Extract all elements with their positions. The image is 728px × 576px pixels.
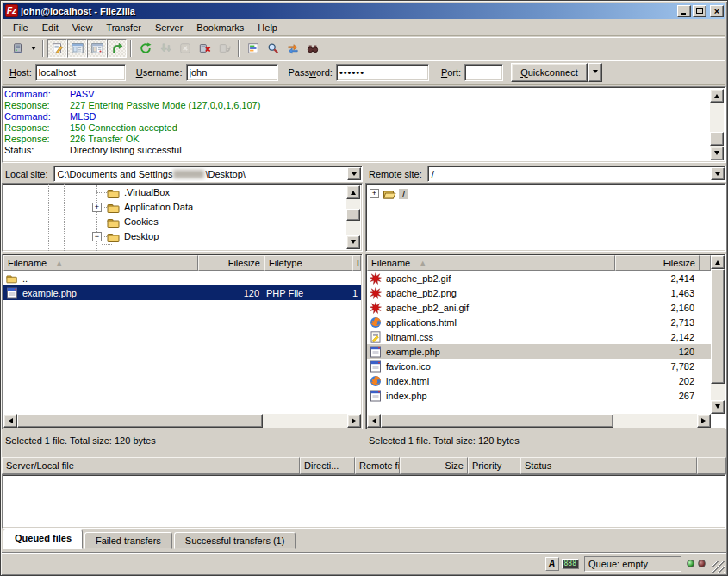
column-header-filetype[interactable]: Filetype: [264, 255, 352, 271]
cancel-operation-button[interactable]: [175, 39, 195, 58]
minimize-button[interactable]: [677, 5, 691, 17]
host-input[interactable]: [35, 64, 126, 81]
menu-bookmarks[interactable]: Bookmarks: [190, 21, 251, 34]
column-header-priority[interactable]: Priority: [468, 457, 520, 474]
file-row-bitnami-css[interactable]: bitnami.css2,142: [367, 329, 711, 344]
username-input[interactable]: [186, 64, 278, 81]
directory-filter-button[interactable]: [243, 39, 263, 58]
scrollbar-thumb[interactable]: [711, 269, 725, 384]
site-manager-button[interactable]: [8, 39, 28, 58]
column-header-pad[interactable]: [700, 255, 711, 271]
collapse-icon[interactable]: −: [92, 232, 102, 241]
column-header-filename[interactable]: Filename▲: [3, 255, 198, 271]
scrollbar-thumb[interactable]: [710, 132, 724, 146]
password-input[interactable]: [336, 64, 429, 81]
menu-edit[interactable]: Edit: [35, 21, 65, 34]
remote-hscrollbar[interactable]: [367, 414, 711, 428]
tree-row-application-data[interactable]: +Application Data: [3, 200, 346, 215]
scrollbar-thumb[interactable]: [17, 414, 263, 428]
column-header-server-local-file[interactable]: Server/Local file: [2, 457, 300, 474]
transfer-queue-toggle-button[interactable]: [107, 39, 127, 58]
quickconnect-button[interactable]: Quickconnect: [511, 63, 588, 82]
remote-list-scrollbar[interactable]: [711, 255, 725, 414]
scroll-left-button[interactable]: [367, 414, 381, 428]
quickconnect-dropdown-button[interactable]: [588, 63, 602, 82]
local-tree-scrollbar[interactable]: [346, 185, 360, 249]
process-queue-button[interactable]: [155, 39, 175, 58]
directory-filter-icon: [246, 42, 260, 54]
file-row-applications-html[interactable]: applications.html2,713: [367, 315, 711, 329]
menu-help[interactable]: Help: [251, 21, 284, 34]
scroll-up-button[interactable]: [710, 89, 724, 103]
site-manager-dropdown-button[interactable]: [28, 39, 39, 58]
directory-compare-button[interactable]: [263, 39, 283, 58]
menu-transfer[interactable]: Transfer: [99, 21, 148, 34]
file-size: 7,782: [615, 361, 700, 372]
file-row--[interactable]: ..: [3, 271, 361, 285]
remote-site-dropdown-button[interactable]: [711, 167, 725, 180]
tab-failed-transfers[interactable]: Failed transfers: [84, 532, 172, 549]
expand-icon[interactable]: +: [370, 189, 379, 198]
tree-row--virtualbox[interactable]: .VirtualBox: [3, 185, 346, 200]
remote-site-combobox[interactable]: /: [427, 166, 726, 182]
close-button[interactable]: ×: [710, 5, 724, 17]
titlebar[interactable]: Fz john@localhost - FileZilla ×: [3, 3, 725, 19]
column-header-lastmodified[interactable]: L: [352, 255, 361, 271]
scroll-up-button[interactable]: [711, 255, 725, 269]
local-site-dropdown-button[interactable]: [347, 167, 361, 180]
menu-view[interactable]: View: [65, 21, 100, 34]
file-name-cell: example.php: [3, 287, 198, 299]
scroll-down-button[interactable]: [711, 400, 725, 414]
tree-row-root[interactable]: + /: [370, 186, 725, 201]
scrollbar-thumb[interactable]: [346, 209, 360, 221]
remote-treeview-toggle-button[interactable]: [87, 39, 107, 58]
column-header-direction[interactable]: Directi...: [300, 457, 355, 474]
file-row-apache-pb2-ani-gif[interactable]: apache_pb2_ani.gif2,160: [367, 300, 711, 315]
file-row-favicon-ico[interactable]: favicon.ico7,782: [367, 359, 711, 373]
reconnect-button[interactable]: [215, 39, 234, 58]
menu-server[interactable]: Server: [148, 21, 190, 34]
file-name: ..: [22, 273, 28, 284]
maximize-button[interactable]: [693, 5, 706, 17]
synchronized-browsing-button[interactable]: [283, 39, 302, 58]
scrollbar-thumb[interactable]: [381, 414, 613, 428]
disconnect-button[interactable]: [195, 39, 215, 58]
file-row-example-php[interactable]: example.php120PHP File1: [3, 285, 361, 300]
expand-icon[interactable]: +: [92, 203, 102, 212]
tree-row-desktop[interactable]: −Desktop: [3, 229, 346, 244]
file-size: 120: [615, 347, 700, 357]
file-row-index-html[interactable]: index.html202: [367, 373, 711, 388]
column-header-filesize[interactable]: Filesize: [615, 255, 700, 271]
message-log-toggle-button[interactable]: [47, 39, 67, 58]
scroll-up-button[interactable]: [346, 185, 360, 199]
log-scrollbar[interactable]: [710, 89, 724, 160]
column-header-remote-file[interactable]: Remote file: [355, 457, 400, 474]
local-treeview-toggle-button[interactable]: [67, 39, 87, 58]
scroll-right-button[interactable]: [347, 414, 361, 428]
find-files-button[interactable]: [302, 39, 322, 58]
tab-queued-files[interactable]: Queued files: [3, 529, 83, 549]
column-header-filesize[interactable]: Filesize: [198, 255, 264, 271]
resize-grip[interactable]: [712, 561, 725, 573]
file-row-apache-pb2-gif[interactable]: apache_pb2.gif2,414: [367, 271, 711, 285]
menu-file[interactable]: File: [6, 21, 35, 34]
log-line-type: Command:: [4, 111, 70, 122]
scroll-left-button[interactable]: [3, 414, 17, 428]
refresh-button[interactable]: [135, 39, 155, 58]
tab-successful-transfers-1-[interactable]: Successful transfers (1): [174, 532, 296, 549]
file-row-example-php[interactable]: example.php120: [367, 344, 711, 359]
tree-row-cookies[interactable]: Cookies: [3, 215, 346, 229]
scroll-right-button[interactable]: [697, 414, 711, 428]
scroll-down-button[interactable]: [710, 147, 724, 160]
column-header-pad[interactable]: [697, 457, 726, 474]
column-header-status[interactable]: Status: [520, 457, 697, 474]
tree-row[interactable]: [3, 244, 346, 252]
port-input[interactable]: [464, 64, 503, 81]
column-header-size[interactable]: Size: [400, 457, 468, 474]
local-hscrollbar[interactable]: [3, 414, 361, 428]
local-site-combobox[interactable]: C:\Documents and Settings\Desktop\: [53, 166, 363, 182]
file-row-apache-pb2-png[interactable]: apache_pb2.png1,463: [367, 285, 711, 300]
scroll-down-button[interactable]: [346, 235, 360, 249]
file-row-index-php[interactable]: index.php267: [367, 388, 711, 403]
column-header-filename[interactable]: Filename▲: [367, 255, 615, 271]
